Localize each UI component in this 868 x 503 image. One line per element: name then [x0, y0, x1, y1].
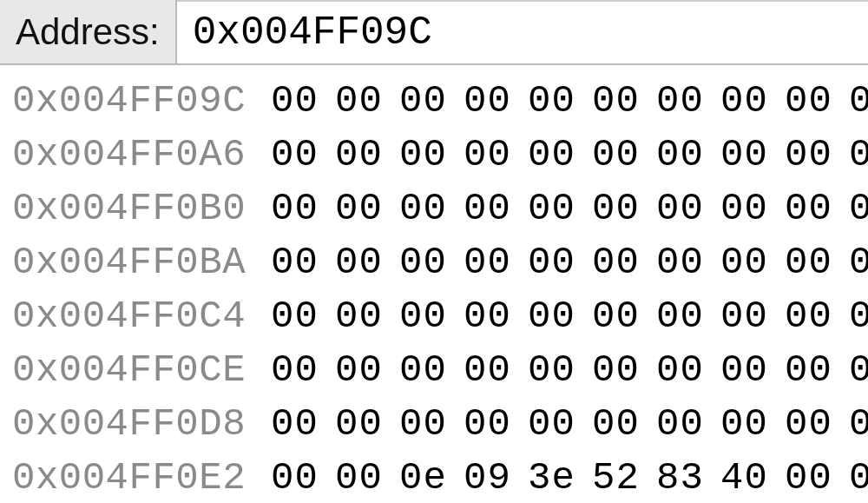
memory-bytes: 00000000000000000000 — [271, 343, 868, 397]
address-input[interactable] — [177, 0, 868, 63]
memory-byte[interactable]: 00 — [656, 397, 696, 451]
memory-bytes: 00000000000000000000 — [271, 397, 868, 451]
memory-byte[interactable]: 00 — [335, 289, 375, 343]
memory-byte[interactable]: 00 — [656, 128, 696, 182]
memory-byte[interactable]: 00 — [528, 74, 568, 128]
memory-byte[interactable]: 00 — [656, 289, 696, 343]
memory-row[interactable]: 0x004FF0D800000000000000000000 — [12, 397, 856, 451]
memory-byte[interactable]: 00 — [592, 74, 632, 128]
memory-byte[interactable]: 00 — [849, 235, 868, 289]
memory-byte[interactable]: 00 — [849, 182, 868, 235]
memory-byte[interactable]: 00 — [335, 128, 375, 182]
memory-byte[interactable]: 00 — [464, 74, 503, 128]
memory-byte[interactable]: 00 — [592, 128, 632, 182]
memory-byte[interactable]: 00 — [592, 289, 632, 343]
memory-byte[interactable]: 00 — [399, 235, 439, 289]
memory-byte[interactable]: 00 — [849, 397, 868, 451]
memory-byte[interactable]: 00 — [528, 128, 568, 182]
memory-byte[interactable]: 00 — [849, 128, 868, 182]
memory-row[interactable]: 0x004FF0A600000000000000000000 — [12, 128, 856, 182]
memory-byte[interactable]: 00 — [720, 397, 760, 451]
memory-byte[interactable]: 3e — [528, 451, 568, 503]
memory-byte[interactable]: 00 — [592, 343, 632, 397]
memory-byte[interactable]: 83 — [656, 451, 696, 503]
memory-byte[interactable]: 00 — [399, 289, 439, 343]
memory-bytes: 00000000000000000000 — [271, 235, 868, 289]
memory-byte[interactable]: 40 — [720, 451, 760, 503]
memory-bytes: 00000000000000000000 — [271, 289, 868, 343]
memory-row[interactable]: 0x004FF0CE00000000000000000000 — [12, 343, 856, 397]
memory-byte[interactable]: 00 — [656, 74, 696, 128]
memory-byte[interactable]: 00 — [656, 343, 696, 397]
memory-address: 0x004FF09C — [12, 74, 255, 128]
memory-byte[interactable]: 00 — [335, 182, 375, 235]
memory-byte[interactable]: 00 — [720, 128, 760, 182]
memory-byte[interactable]: 00 — [271, 235, 311, 289]
memory-byte[interactable]: 00 — [464, 397, 503, 451]
memory-byte[interactable]: 00 — [399, 343, 439, 397]
memory-byte[interactable]: 00 — [785, 397, 825, 451]
memory-byte[interactable]: 00 — [335, 451, 375, 503]
memory-byte[interactable]: 00 — [849, 343, 868, 397]
memory-address: 0x004FF0A6 — [12, 128, 255, 182]
memory-row[interactable]: 0x004FF09C00000000000000000000 — [12, 74, 856, 128]
memory-byte[interactable]: 09 — [464, 451, 503, 503]
memory-byte[interactable]: 00 — [271, 128, 311, 182]
memory-byte[interactable]: 00 — [592, 182, 632, 235]
memory-byte[interactable]: 00 — [656, 235, 696, 289]
memory-byte[interactable]: 00 — [335, 397, 375, 451]
memory-byte[interactable]: 00 — [528, 397, 568, 451]
memory-byte[interactable]: 00 — [849, 74, 868, 128]
memory-byte[interactable]: 00 — [528, 343, 568, 397]
memory-byte[interactable]: 00 — [399, 128, 439, 182]
memory-address: 0x004FF0D8 — [12, 397, 255, 451]
memory-byte[interactable]: 00 — [528, 289, 568, 343]
memory-byte[interactable]: 00 — [785, 235, 825, 289]
memory-byte[interactable]: 00 — [271, 397, 311, 451]
memory-byte[interactable]: 00 — [785, 343, 825, 397]
memory-byte[interactable]: 00 — [464, 128, 503, 182]
memory-address: 0x004FF0E2 — [12, 451, 255, 503]
memory-byte[interactable]: 00 — [464, 235, 503, 289]
memory-byte[interactable]: 00 — [656, 182, 696, 235]
memory-row[interactable]: 0x004FF0BA00000000000000000000 — [12, 235, 856, 289]
memory-byte[interactable]: 00 — [271, 343, 311, 397]
memory-byte[interactable]: 00 — [399, 397, 439, 451]
memory-byte[interactable]: 00 — [271, 182, 311, 235]
memory-byte[interactable]: 00 — [528, 235, 568, 289]
memory-row[interactable]: 0x004FF0B000000000000000000000 — [12, 182, 856, 235]
memory-byte[interactable]: 00 — [271, 289, 311, 343]
memory-byte[interactable]: 00 — [720, 343, 760, 397]
memory-byte[interactable]: 00 — [271, 74, 311, 128]
memory-byte[interactable]: 00 — [720, 74, 760, 128]
memory-byte[interactable]: 00 — [720, 182, 760, 235]
memory-byte[interactable]: 00 — [785, 451, 825, 503]
memory-byte[interactable]: 00 — [720, 289, 760, 343]
memory-row[interactable]: 0x004FF0E200000e093e5283400001 — [12, 451, 856, 503]
memory-byte[interactable]: 00 — [464, 289, 503, 343]
memory-bytes: 00000000000000000000 — [271, 182, 868, 235]
memory-byte[interactable]: 00 — [271, 451, 311, 503]
memory-byte[interactable]: 00 — [528, 182, 568, 235]
memory-bytes: 00000000000000000000 — [271, 128, 868, 182]
memory-byte[interactable]: 00 — [720, 235, 760, 289]
memory-byte[interactable]: 00 — [785, 182, 825, 235]
memory-byte[interactable]: 00 — [399, 182, 439, 235]
memory-byte[interactable]: 00 — [335, 74, 375, 128]
memory-byte[interactable]: 52 — [592, 451, 632, 503]
memory-byte[interactable]: 00 — [592, 235, 632, 289]
memory-byte[interactable]: 00 — [335, 343, 375, 397]
memory-byte[interactable]: 00 — [335, 235, 375, 289]
memory-byte[interactable]: 00 — [592, 397, 632, 451]
memory-byte[interactable]: 00 — [464, 182, 503, 235]
memory-byte[interactable]: 00 — [785, 74, 825, 128]
memory-address: 0x004FF0C4 — [12, 289, 255, 343]
memory-byte[interactable]: 00 — [399, 74, 439, 128]
memory-byte[interactable]: 00 — [849, 289, 868, 343]
memory-row[interactable]: 0x004FF0C400000000000000000000 — [12, 289, 856, 343]
memory-byte[interactable]: 0e — [399, 451, 439, 503]
memory-byte[interactable]: 00 — [785, 128, 825, 182]
memory-byte[interactable]: 00 — [785, 289, 825, 343]
memory-byte[interactable]: 01 — [849, 451, 868, 503]
memory-byte[interactable]: 00 — [464, 343, 503, 397]
